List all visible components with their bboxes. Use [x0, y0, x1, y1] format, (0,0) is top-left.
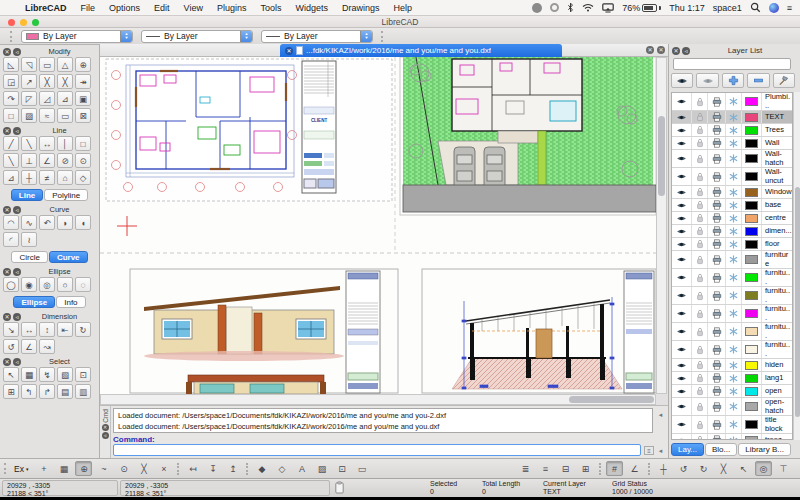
- snap-tool-icon[interactable]: ◎: [755, 461, 772, 476]
- layer-visible-icon[interactable]: [672, 93, 692, 110]
- layer-print-icon[interactable]: [708, 341, 726, 358]
- layer-print-icon[interactable]: [708, 359, 726, 371]
- exclusive-snap-dropdown[interactable]: Ex ▾: [10, 462, 32, 476]
- layer-print-icon[interactable]: [708, 124, 726, 136]
- layer-print-icon[interactable]: [708, 269, 726, 286]
- scrollbar-thumb[interactable]: [569, 396, 654, 403]
- float-icon[interactable]: ◃: [102, 432, 109, 439]
- snap-tool-icon[interactable]: ↥: [224, 461, 241, 476]
- layer-color-swatch[interactable]: [742, 398, 762, 415]
- layer-name[interactable]: Wall-hatch: [762, 150, 792, 167]
- layer-color-swatch[interactable]: [742, 359, 762, 371]
- modify-tool-icon[interactable]: ▭: [39, 57, 55, 72]
- layer-print-icon[interactable]: [708, 238, 726, 250]
- drawing-canvas[interactable]: CLIENT: [100, 57, 656, 394]
- display-icon[interactable]: [602, 3, 614, 13]
- layer-lock-icon[interactable]: [692, 434, 708, 440]
- layer-name[interactable]: furnitu...: [762, 341, 792, 358]
- snap-tool-icon[interactable]: #: [606, 461, 623, 476]
- layer-print-icon[interactable]: [708, 168, 726, 185]
- battery-indicator[interactable]: 76%: [622, 3, 661, 13]
- modify-tool-icon[interactable]: ◸: [21, 91, 37, 106]
- menu-plugins[interactable]: Plugins: [210, 3, 254, 13]
- layer-print-icon[interactable]: [708, 93, 726, 110]
- menu-widgets[interactable]: Widgets: [288, 3, 335, 13]
- layer-visible-icon[interactable]: [672, 323, 692, 340]
- layer-row-centre[interactable]: centre: [672, 212, 792, 225]
- dropdown-stepper-icon[interactable]: ▲▼: [120, 31, 132, 42]
- layer-visible-icon[interactable]: [672, 341, 692, 358]
- curve-tool-icon[interactable]: ◜: [3, 232, 19, 247]
- modify-tool-icon[interactable]: ◿: [39, 91, 55, 106]
- layer-print-icon[interactable]: [708, 323, 726, 340]
- snap-tool-icon[interactable]: ⊞: [577, 461, 594, 476]
- modify-tool-icon[interactable]: ≈: [39, 108, 55, 123]
- layer-color-swatch[interactable]: [742, 225, 762, 237]
- menu-tools[interactable]: Tools: [253, 3, 288, 13]
- modify-tool-icon[interactable]: ⊕: [75, 57, 91, 72]
- curve-tool-icon[interactable]: ∿: [21, 215, 37, 230]
- layer-print-icon[interactable]: [708, 150, 726, 167]
- layer-visible-icon[interactable]: [672, 199, 692, 211]
- dimension-tool-icon[interactable]: ↺: [3, 339, 19, 354]
- snap-tool-icon[interactable]: +: [35, 461, 52, 476]
- select-tool-icon[interactable]: ▥: [75, 384, 91, 399]
- line-tool-icon[interactable]: ⊿: [3, 170, 19, 185]
- layer-name[interactable]: furnitu...: [762, 305, 792, 322]
- layer-lock-icon[interactable]: [692, 137, 708, 149]
- modify-tool-icon[interactable]: □: [3, 108, 19, 123]
- close-icon[interactable]: ✕: [3, 48, 11, 56]
- snap-tool-icon[interactable]: ≣: [517, 461, 534, 476]
- layer-name[interactable]: centre: [762, 214, 792, 223]
- snap-tool-icon[interactable]: ≡: [537, 461, 554, 476]
- snap-tool-icon[interactable]: ╳: [135, 461, 152, 476]
- layer-color-swatch[interactable]: [742, 323, 762, 340]
- layer-print-icon[interactable]: [708, 416, 726, 433]
- line-tool-icon[interactable]: ╲: [21, 136, 37, 151]
- close-icon[interactable]: ✕: [672, 47, 680, 55]
- close-icon[interactable]: ✕: [3, 127, 11, 135]
- layer-visible-icon[interactable]: [672, 251, 692, 268]
- close-icon[interactable]: ✕: [3, 206, 11, 214]
- modify-tool-icon[interactable]: △: [57, 57, 73, 72]
- line-tool-icon[interactable]: ↔: [39, 136, 55, 151]
- layer-visible-icon[interactable]: [672, 305, 692, 322]
- float-icon[interactable]: ◃: [13, 127, 21, 135]
- select-tool-icon[interactable]: ↖: [3, 367, 19, 382]
- snap-tool-icon[interactable]: ◆: [253, 461, 270, 476]
- collapse-left-icon[interactable]: ◂: [656, 410, 665, 419]
- tab-curve[interactable]: Curve: [49, 251, 88, 263]
- layer-lock-icon[interactable]: [692, 225, 708, 237]
- layer-visible-icon[interactable]: [672, 137, 692, 149]
- snap-tool-icon[interactable]: A: [293, 461, 310, 476]
- line-tool-icon[interactable]: □: [75, 136, 91, 151]
- select-tool-icon[interactable]: ⊡: [75, 367, 91, 382]
- layer-row-treez[interactable]: treez: [672, 434, 792, 440]
- toolbar-grip[interactable]: [381, 31, 384, 42]
- layer-visible-icon[interactable]: [672, 238, 692, 250]
- layer-print-icon[interactable]: [708, 111, 726, 123]
- snap-tool-icon[interactable]: ◇: [273, 461, 290, 476]
- layer-visible-icon[interactable]: [672, 225, 692, 237]
- spotlight-icon[interactable]: [750, 2, 761, 13]
- layer-visible-icon[interactable]: [672, 385, 692, 397]
- layer-name[interactable]: treez: [762, 436, 792, 440]
- layer-row-lang1[interactable]: lang1: [672, 372, 792, 385]
- modify-tool-icon[interactable]: ◲: [3, 74, 19, 89]
- layer-row-plumbi-[interactable]: Plumbi...: [672, 93, 792, 111]
- line-tool-icon[interactable]: ⌂: [57, 170, 73, 185]
- layer-print-icon[interactable]: [708, 287, 726, 304]
- layer-color-swatch[interactable]: [742, 305, 762, 322]
- modify-tool-icon[interactable]: ▣: [75, 91, 91, 106]
- tab-line[interactable]: Line: [11, 189, 43, 201]
- layer-row-wall-uncut[interactable]: Wall-uncut: [672, 168, 792, 186]
- tabbar-button-icon[interactable]: ✕: [646, 46, 654, 54]
- siri-icon[interactable]: [769, 3, 779, 13]
- snap-tool-icon[interactable]: ⊕: [75, 461, 92, 476]
- ellipse-tool-icon[interactable]: ◉: [21, 277, 37, 292]
- layer-lock-icon[interactable]: [692, 372, 708, 384]
- line-tool-icon[interactable]: ╲: [3, 153, 19, 168]
- layer-visible-icon[interactable]: [672, 398, 692, 415]
- menu-clock[interactable]: Thu 1:17: [669, 3, 705, 13]
- layer-color-swatch[interactable]: [742, 385, 762, 397]
